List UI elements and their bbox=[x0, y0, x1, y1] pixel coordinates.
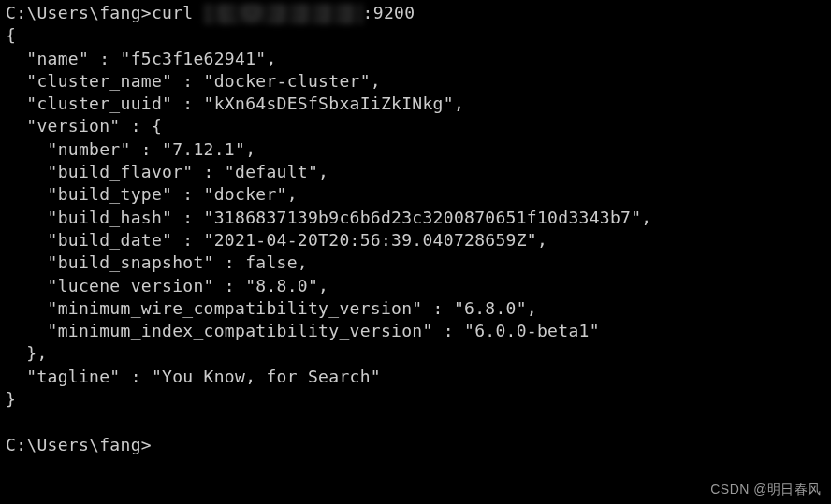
json-min-wire: "minimum_wire_compatibility_version" : "… bbox=[6, 297, 831, 320]
json-version-open: "version" : { bbox=[6, 115, 831, 137]
command-curl: curl bbox=[152, 3, 204, 22]
json-min-index: "minimum_index_compatibility_version" : … bbox=[6, 320, 831, 342]
json-open-brace: { bbox=[6, 24, 831, 47]
json-name: "name" : "f5c3f1e62941", bbox=[6, 48, 831, 70]
json-build-type: "build_type" : "docker", bbox=[6, 183, 831, 206]
terminal-output[interactable]: C:\Users\fang>curl :9200 { "name" : "f5c… bbox=[6, 2, 831, 456]
json-build-flavor: "build_flavor" : "default", bbox=[6, 161, 831, 183]
json-number: "number" : "7.12.1", bbox=[6, 138, 831, 161]
json-version-close: }, bbox=[6, 342, 831, 365]
json-build-hash: "build_hash" : "3186837139b9c6b6d23c3200… bbox=[6, 207, 831, 229]
json-close-brace: } bbox=[6, 388, 831, 410]
command-line: C:\Users\fang>curl :9200 bbox=[6, 2, 831, 24]
prompt-line-2: C:\Users\fang> bbox=[6, 434, 831, 456]
prompt-path: C:\Users\fang> bbox=[6, 3, 152, 22]
json-build-snapshot: "build_snapshot" : false, bbox=[6, 252, 831, 274]
json-cluster-name: "cluster_name" : "docker-cluster", bbox=[6, 70, 831, 93]
json-lucene-version: "lucene_version" : "8.8.0", bbox=[6, 275, 831, 297]
prompt-path-2: C:\Users\fang> bbox=[6, 435, 152, 454]
watermark-text: CSDN @明日春风 bbox=[710, 481, 822, 498]
redacted-host bbox=[204, 6, 363, 22]
blank-line bbox=[6, 410, 831, 433]
command-port: :9200 bbox=[363, 3, 416, 22]
json-tagline: "tagline" : "You Know, for Search" bbox=[6, 366, 831, 388]
json-cluster-uuid: "cluster_uuid" : "kXn64sDESfSbxaIiZkINkg… bbox=[6, 93, 831, 115]
json-build-date: "build_date" : "2021-04-20T20:56:39.0407… bbox=[6, 229, 831, 252]
